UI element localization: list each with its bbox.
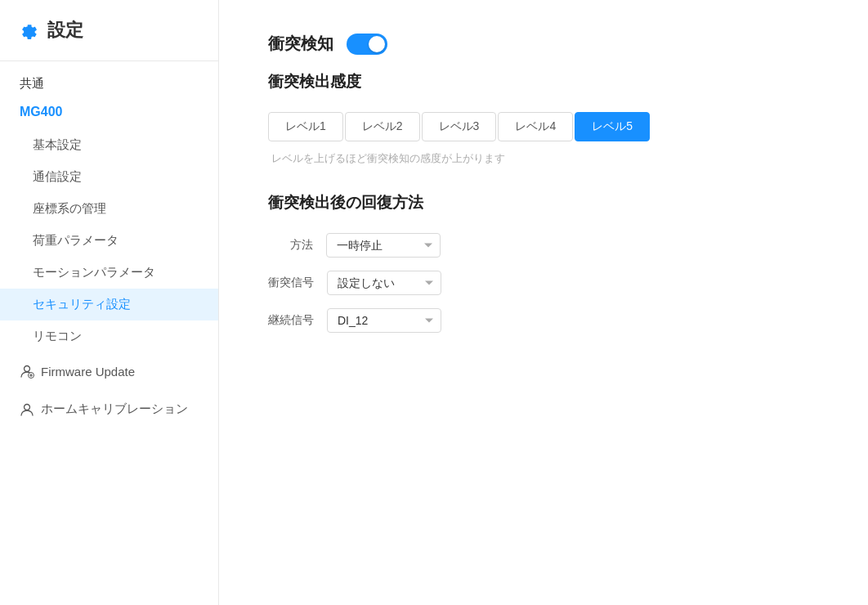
level1-button[interactable]: レベル1 <box>268 112 343 141</box>
level-hint: レベルを上げるほど衝突検知の感度が上がります <box>268 151 819 166</box>
collision-signal-select[interactable]: 設定しない DI_1 DI_2 DI_12 <box>327 271 441 295</box>
sidebar-item-security-settings[interactable]: セキュリティ設定 <box>0 289 218 320</box>
sidebar-item-basic-settings[interactable]: 基本設定 <box>0 129 218 161</box>
continue-signal-label: 継続信号 <box>268 313 314 328</box>
method-label: 方法 <box>268 238 313 253</box>
level4-button[interactable]: レベル4 <box>498 112 573 141</box>
level-buttons-group: レベル1 レベル2 レベル3 レベル4 レベル5 <box>268 112 819 141</box>
collision-signal-row: 衝突信号 設定しない DI_1 DI_2 DI_12 <box>268 271 819 295</box>
collision-detection-title: 衝突検知 <box>268 33 333 55</box>
app-title: 設定 <box>47 18 83 43</box>
sidebar-item-firmware-update[interactable]: Firmware Update <box>0 352 218 390</box>
app-header: 設定 <box>0 0 218 61</box>
main-content: 衝突検知 衝突検出感度 レベル1 レベル2 レベル3 レベル4 レベル5 レベル… <box>219 0 868 605</box>
sidebar-item-common[interactable]: 共通 <box>0 61 218 98</box>
sidebar-item-communication-settings[interactable]: 通信設定 <box>0 161 218 193</box>
sidebar-item-load-parameters[interactable]: 荷重パラメータ <box>0 225 218 257</box>
sidebar-item-home-calibration[interactable]: ホームキャリブレーション <box>0 390 218 428</box>
method-row: 方法 一時停止 再起動 停止 <box>268 233 819 258</box>
svg-point-0 <box>25 366 30 372</box>
collision-signal-label: 衝突信号 <box>268 276 314 290</box>
sidebar-item-mg400[interactable]: MG400 <box>0 98 218 129</box>
firmware-icon <box>20 364 34 379</box>
svg-point-2 <box>25 404 30 410</box>
sidebar-item-coordinate-management[interactable]: 座標系の管理 <box>0 193 218 225</box>
method-select-wrapper: 一時停止 再起動 停止 <box>326 233 441 258</box>
level2-button[interactable]: レベル2 <box>345 112 420 141</box>
collision-detection-toggle[interactable] <box>347 34 387 55</box>
collision-signal-select-wrapper: 設定しない DI_1 DI_2 DI_12 <box>327 271 441 295</box>
sidebar-item-remote-control[interactable]: リモコン <box>0 320 218 352</box>
continue-signal-select[interactable]: 設定しない DI_1 DI_2 DI_12 <box>327 308 441 333</box>
collision-sensitivity-title: 衝突検出感度 <box>268 71 819 92</box>
gear-icon <box>16 19 39 42</box>
sidebar: 設定 共通 MG400 基本設定 通信設定 座標系の管理 荷重パラメータ モーシ… <box>0 0 219 605</box>
level3-button[interactable]: レベル3 <box>422 112 497 141</box>
level5-button[interactable]: レベル5 <box>575 112 650 141</box>
home-calibration-icon <box>20 402 34 417</box>
continue-signal-select-wrapper: 設定しない DI_1 DI_2 DI_12 <box>327 308 441 333</box>
method-select[interactable]: 一時停止 再起動 停止 <box>326 233 441 258</box>
recovery-title: 衝突検出後の回復方法 <box>268 192 819 213</box>
continue-signal-row: 継続信号 設定しない DI_1 DI_2 DI_12 <box>268 308 819 333</box>
collision-detection-section: 衝突検知 <box>268 33 819 55</box>
sidebar-item-motion-parameters[interactable]: モーションパラメータ <box>0 257 218 289</box>
toggle-thumb <box>369 36 385 52</box>
